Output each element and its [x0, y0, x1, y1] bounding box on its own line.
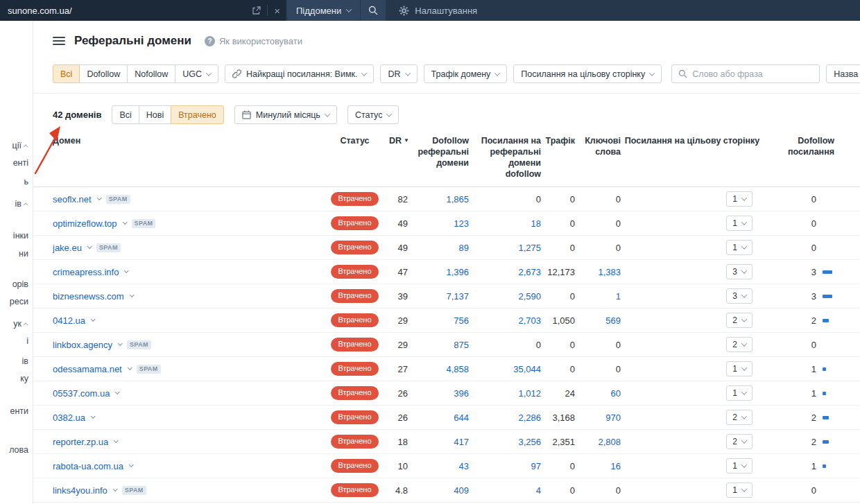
domain-link[interactable]: jake.eu — [53, 243, 82, 253]
domain-link[interactable]: seoflx.net — [53, 194, 92, 205]
ref-links-value[interactable]: 35,044 — [472, 364, 544, 374]
chevron-down-icon[interactable] — [129, 462, 134, 467]
chevron-down-icon[interactable] — [124, 268, 129, 272]
dofollow-domains-value[interactable]: 1,396 — [412, 267, 472, 277]
sidebar-item[interactable]: ції — [12, 141, 28, 150]
dofollow-domains-value[interactable]: 396 — [412, 388, 472, 399]
target-links-select[interactable]: 2 — [726, 410, 752, 425]
col-header-target-links[interactable]: Посилання на цільову сторінку — [624, 135, 761, 146]
filter-tab[interactable]: Всі — [53, 64, 80, 83]
best-links-dropdown[interactable]: Найкращі посилання: Вимк. — [225, 64, 374, 83]
sidebar-item[interactable]: ь — [24, 177, 28, 186]
target-links-select[interactable]: 1 — [726, 191, 752, 207]
target-links-select[interactable]: 1 — [726, 216, 752, 231]
domain-link[interactable]: 0382.ua — [53, 412, 85, 423]
domain-link[interactable]: 0412.ua — [53, 315, 85, 326]
domain-link[interactable]: rabota-ua.com.ua — [53, 461, 123, 471]
dofollow-domains-value[interactable]: 7,137 — [412, 291, 472, 302]
ref-links-value[interactable]: 3,256 — [472, 437, 544, 447]
chevron-down-icon[interactable] — [115, 389, 120, 394]
keywords-value[interactable]: 2,808 — [578, 437, 624, 447]
chevron-down-icon[interactable] — [91, 316, 96, 321]
col-header-dr[interactable]: DR▼ — [384, 135, 412, 146]
sidebar-item[interactable]: ук — [13, 319, 28, 329]
domain-traffic-dropdown[interactable]: Трафік домену — [424, 64, 508, 83]
phrase-search[interactable] — [671, 64, 820, 83]
dofollow-domains-value[interactable]: 89 — [412, 243, 472, 253]
domain-link[interactable]: 05537.com.ua — [53, 388, 110, 399]
domain-link[interactable]: reporter.zp.ua — [53, 437, 108, 447]
domain-link[interactable]: odessamama.net — [53, 364, 122, 374]
sidebar-item[interactable]: ів — [15, 199, 28, 209]
filter-tab[interactable]: Нові — [139, 105, 171, 124]
keywords-value[interactable]: 0 — [578, 243, 624, 253]
keywords-value[interactable]: 1,383 — [578, 267, 624, 277]
target-links-select[interactable]: 1 — [726, 385, 752, 401]
keywords-value[interactable]: 1 — [578, 291, 624, 302]
domain-name-filter-button[interactable]: Назва до — [826, 64, 860, 83]
ref-links-value[interactable]: 1,275 — [472, 243, 544, 253]
status-dropdown[interactable]: Статус — [347, 105, 399, 124]
chevron-down-icon[interactable] — [118, 340, 123, 345]
target-links-select[interactable]: 2 — [726, 337, 752, 352]
col-header-domain[interactable]: Домен — [53, 135, 325, 146]
chevron-down-icon[interactable] — [127, 365, 132, 370]
ref-links-value[interactable]: 4 — [472, 485, 544, 496]
target-links-select[interactable]: 2 — [726, 313, 752, 328]
dofollow-domains-value[interactable]: 123 — [412, 218, 472, 229]
dofollow-domains-value[interactable]: 756 — [412, 315, 472, 326]
col-header-keywords[interactable]: Ключові слова — [578, 135, 624, 157]
how-to-use-link[interactable]: ? Як використовувати — [205, 36, 302, 46]
ref-links-value[interactable]: 2,286 — [472, 412, 544, 423]
keywords-value[interactable]: 60 — [578, 388, 624, 399]
ref-links-value[interactable]: 0 — [472, 194, 544, 205]
sidebar-item[interactable]: реси — [10, 297, 28, 306]
dr-filter-dropdown[interactable]: DR — [380, 64, 417, 83]
target-links-select[interactable]: 1 — [726, 240, 752, 255]
domain-link[interactable]: biznesnewss.com — [53, 291, 124, 302]
filter-tab[interactable]: Nofollow — [127, 64, 175, 83]
chevron-down-icon[interactable] — [122, 219, 127, 224]
domain-link[interactable]: optimizeflow.top — [53, 218, 117, 229]
sidebar-item[interactable]: ів — [22, 356, 28, 366]
chevron-down-icon[interactable] — [129, 292, 134, 297]
settings-button[interactable]: Налаштування — [399, 0, 477, 21]
filter-tab[interactable]: UGC — [175, 64, 218, 83]
search-button[interactable] — [360, 0, 386, 21]
ref-links-value[interactable]: 0 — [472, 340, 544, 350]
domain-link[interactable]: links4you.info — [53, 485, 108, 496]
dofollow-domains-value[interactable]: 43 — [412, 461, 472, 471]
clear-url-icon[interactable]: × — [274, 6, 280, 16]
target-url-text[interactable]: sunone.com.ua/ — [8, 6, 246, 16]
col-header-dofollow-links[interactable]: Dofollow посилання — [761, 135, 837, 157]
chevron-down-icon[interactable] — [114, 437, 119, 442]
dofollow-domains-value[interactable]: 4,858 — [412, 364, 472, 374]
chevron-down-icon[interactable] — [91, 413, 96, 418]
ref-links-value[interactable]: 1,012 — [472, 388, 544, 399]
ref-links-value[interactable]: 2,703 — [472, 315, 544, 326]
filter-tab[interactable]: Dofollow — [79, 64, 128, 83]
filter-tab[interactable]: Всі — [112, 105, 139, 124]
dofollow-domains-value[interactable]: 417 — [412, 437, 472, 447]
keywords-value[interactable]: 0 — [578, 364, 624, 374]
ref-links-value[interactable]: 2,673 — [472, 267, 544, 277]
target-links-select[interactable]: 3 — [726, 264, 752, 279]
chevron-down-icon[interactable] — [87, 243, 92, 248]
target-links-select[interactable]: 3 — [726, 288, 752, 304]
keywords-value[interactable]: 0 — [578, 218, 624, 229]
col-header-ref-links[interactable]: Посилання на реферальні домени dofollow — [472, 135, 544, 180]
dofollow-domains-value[interactable]: 409 — [412, 485, 472, 496]
target-page-links-dropdown[interactable]: Посилання на цільову сторінку — [513, 64, 662, 83]
sidebar-item[interactable]: енти — [10, 406, 28, 416]
target-links-select[interactable]: 1 — [726, 483, 752, 498]
menu-icon[interactable] — [53, 37, 65, 45]
sidebar-item[interactable]: лова — [9, 445, 28, 455]
chevron-down-icon[interactable] — [112, 486, 117, 491]
target-links-select[interactable]: 1 — [726, 361, 752, 376]
keywords-value[interactable]: 569 — [578, 315, 624, 326]
domain-link[interactable]: crimeapress.info — [53, 267, 119, 277]
target-url-input[interactable]: sunone.com.ua/ × — [0, 0, 286, 21]
keywords-value[interactable]: 0 — [578, 194, 624, 205]
sidebar-item[interactable]: інки — [13, 231, 28, 241]
col-header-dofollow-domains[interactable]: Dofollow реферальні домени — [412, 135, 472, 168]
